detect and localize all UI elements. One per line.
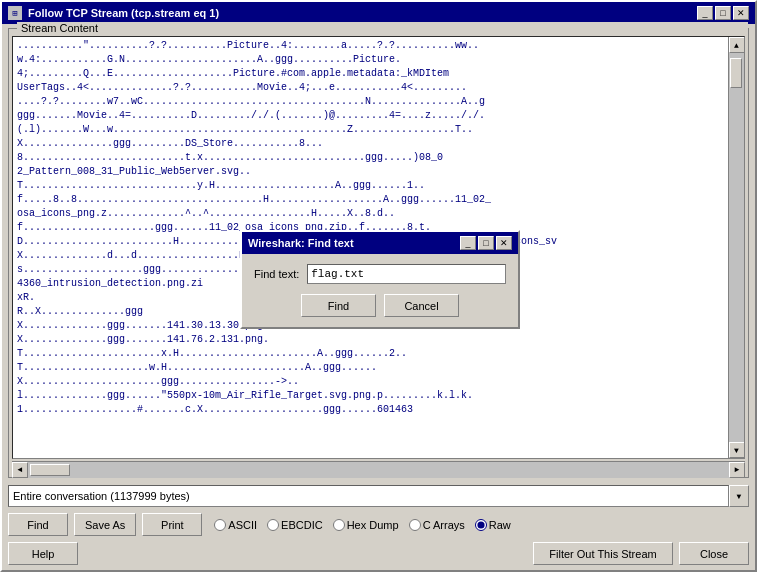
find-text-label: Find text: [254, 268, 299, 280]
find-button[interactable]: Find [8, 513, 68, 536]
scroll-down-button[interactable]: ▼ [729, 442, 745, 458]
find-text-input[interactable] [307, 264, 506, 284]
scroll-h-track[interactable] [28, 462, 729, 478]
stream-group-label: Stream Content [17, 22, 748, 34]
bottom-row: Help Filter Out This Stream Close [8, 542, 749, 565]
radio-ebcdic-text: EBCDIC [281, 519, 323, 531]
dialog-close-button[interactable]: ✕ [496, 236, 512, 250]
toolbar-row: Find Save As Print ASCII EBCDIC Hex Dump… [8, 513, 749, 536]
scroll-thumb[interactable] [730, 58, 742, 88]
window-title: Follow TCP Stream (tcp.stream eq 1) [28, 7, 219, 19]
dialog-body: Find text: Find Cancel [242, 254, 518, 327]
dropdown-row: Entire conversation (1137999 bytes) ▼ [8, 485, 749, 507]
minimize-button[interactable]: _ [697, 6, 713, 20]
filter-out-button[interactable]: Filter Out This Stream [533, 542, 673, 565]
radio-ascii[interactable] [214, 519, 226, 531]
conversation-dropdown-wrapper: Entire conversation (1137999 bytes) ▼ [8, 485, 749, 507]
vertical-scrollbar[interactable]: ▲ ▼ [728, 37, 744, 458]
find-text-field-row: Find text: [254, 264, 506, 284]
radio-ebcdic-label[interactable]: EBCDIC [267, 519, 323, 531]
find-text-dialog: Wireshark: Find text _ □ ✕ Find text: Fi… [240, 230, 520, 329]
radio-raw-text: Raw [489, 519, 511, 531]
dialog-controls: _ □ ✕ [460, 236, 512, 250]
scroll-up-button[interactable]: ▲ [729, 37, 745, 53]
maximize-button[interactable]: □ [715, 6, 731, 20]
radio-carrays[interactable] [409, 519, 421, 531]
close-button[interactable]: ✕ [733, 6, 749, 20]
dialog-title-bar: Wireshark: Find text _ □ ✕ [242, 232, 518, 254]
radio-hexdump-label[interactable]: Hex Dump [333, 519, 399, 531]
radio-raw[interactable] [475, 519, 487, 531]
dialog-find-button[interactable]: Find [301, 294, 376, 317]
title-bar: ⊞ Follow TCP Stream (tcp.stream eq 1) _ … [2, 2, 755, 24]
dialog-title-text: Wireshark: Find text [248, 237, 354, 249]
radio-ascii-text: ASCII [228, 519, 257, 531]
scroll-right-button[interactable]: ► [729, 462, 745, 478]
window-icon: ⊞ [8, 6, 22, 20]
radio-hexdump[interactable] [333, 519, 345, 531]
horizontal-scrollbar[interactable]: ◄ ► [12, 461, 745, 477]
radio-hexdump-text: Hex Dump [347, 519, 399, 531]
dropdown-arrow-icon[interactable]: ▼ [729, 485, 749, 507]
print-button[interactable]: Print [142, 513, 202, 536]
dialog-restore-button[interactable]: □ [478, 236, 494, 250]
bottom-close-button[interactable]: Close [679, 542, 749, 565]
scroll-track[interactable] [729, 53, 745, 442]
scroll-h-thumb[interactable] [30, 464, 70, 476]
radio-carrays-text: C Arrays [423, 519, 465, 531]
help-button[interactable]: Help [8, 542, 78, 565]
stream-content-text: ..........."..........?.?..........Pictu… [13, 37, 728, 419]
radio-ebcdic[interactable] [267, 519, 279, 531]
dialog-minimize-button[interactable]: _ [460, 236, 476, 250]
dialog-cancel-button[interactable]: Cancel [384, 294, 459, 317]
scroll-left-button[interactable]: ◄ [12, 462, 28, 478]
save-as-button[interactable]: Save As [74, 513, 136, 536]
dialog-button-row: Find Cancel [254, 294, 506, 317]
radio-carrays-label[interactable]: C Arrays [409, 519, 465, 531]
conversation-dropdown[interactable]: Entire conversation (1137999 bytes) [8, 485, 729, 507]
radio-raw-label[interactable]: Raw [475, 519, 511, 531]
radio-ascii-label[interactable]: ASCII [214, 519, 257, 531]
